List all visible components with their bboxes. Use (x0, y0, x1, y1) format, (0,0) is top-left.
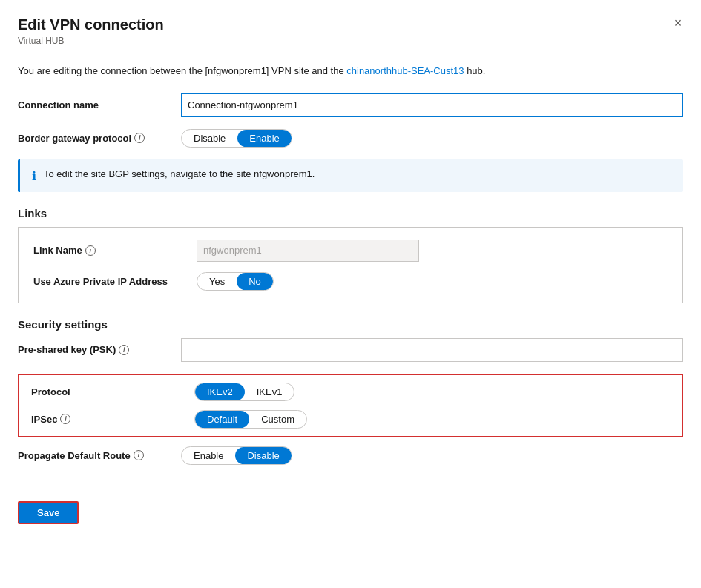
dialog-subtitle: Virtual HUB (18, 36, 683, 46)
intro-text: You are editing the connection between t… (18, 64, 683, 79)
protocol-row: Protocol IKEv2 IKEv1 (31, 383, 670, 401)
bgp-control: Disable Enable (181, 129, 683, 148)
link-name-value: nfgwonprem1 (197, 240, 419, 262)
bgp-enable-button[interactable]: Enable (237, 130, 291, 147)
connection-name-row: Connection name (18, 93, 683, 117)
bgp-info-icon[interactable]: i (134, 133, 145, 143)
propagate-disable-button[interactable]: Disable (235, 447, 291, 464)
ipsec-default-button[interactable]: Default (195, 411, 249, 428)
link-name-info-icon[interactable]: i (85, 245, 96, 256)
links-section-title: Links (18, 207, 683, 219)
protocol-ipsec-highlight-box: Protocol IKEv2 IKEv1 IPSec i (18, 374, 683, 437)
bgp-row: Border gateway protocol i Disable Enable (18, 129, 683, 148)
propagate-enable-button[interactable]: Enable (182, 447, 235, 464)
propagate-control: Enable Disable (181, 446, 683, 465)
private-ip-no-button[interactable]: No (237, 273, 273, 290)
bgp-label: Border gateway protocol i (18, 133, 181, 144)
protocol-control: IKEv2 IKEv1 (194, 383, 670, 401)
edit-vpn-dialog: Edit VPN connection Virtual HUB × You ar… (0, 0, 701, 588)
propagate-toggle-group: Enable Disable (181, 446, 292, 465)
intro-prefix: You are editing the connection between t… (18, 65, 346, 76)
protocol-ikev1-button[interactable]: IKEv1 (245, 383, 294, 400)
security-section: Security settings Pre-shared key (PSK) i… (18, 318, 683, 465)
private-ip-yes-button[interactable]: Yes (197, 273, 237, 290)
dialog-body: You are editing the connection between t… (0, 52, 701, 489)
security-section-title: Security settings (18, 318, 683, 331)
private-ip-control: Yes No (197, 272, 668, 291)
bgp-toggle-group: Disable Enable (181, 129, 292, 148)
private-ip-row: Use Azure Private IP Address Yes No (33, 272, 668, 291)
propagate-info-icon[interactable]: i (134, 450, 144, 460)
protocol-label: Protocol (31, 386, 194, 397)
protocol-ikev2-button[interactable]: IKEv2 (195, 383, 245, 400)
info-box-text: To edit the site BGP settings, navigate … (44, 168, 315, 179)
propagate-row: Propagate Default Route i Enable Disable (18, 446, 683, 465)
connection-name-label: Connection name (18, 99, 181, 110)
propagate-label: Propagate Default Route i (18, 450, 181, 461)
private-ip-label: Use Azure Private IP Address (33, 276, 197, 287)
ipsec-control: Default Custom (194, 410, 670, 429)
save-button[interactable]: Save (18, 501, 79, 524)
dialog-header: Edit VPN connection Virtual HUB × (0, 0, 701, 52)
psk-label: Pre-shared key (PSK) i (18, 344, 181, 355)
dialog-footer: Save (0, 489, 701, 536)
psk-info-icon[interactable]: i (119, 345, 129, 355)
connection-name-input[interactable] (181, 93, 683, 117)
hub-link[interactable]: chinanorthhub-SEA-Cust13 (346, 65, 464, 76)
close-button[interactable]: × (667, 12, 689, 34)
ipsec-info-icon[interactable]: i (60, 414, 70, 424)
link-name-row: Link Name i nfgwonprem1 (33, 240, 668, 262)
bgp-info-box: ℹ To edit the site BGP settings, navigat… (18, 159, 683, 192)
info-box-icon: ℹ (32, 169, 36, 183)
protocol-toggle-group: IKEv2 IKEv1 (194, 383, 294, 401)
ipsec-label: IPSec i (31, 414, 194, 425)
psk-input[interactable] (181, 338, 683, 362)
psk-row: Pre-shared key (PSK) i (18, 338, 683, 362)
ipsec-toggle-group: Default Custom (194, 410, 307, 429)
connection-name-control (181, 93, 683, 117)
link-name-label: Link Name i (33, 245, 197, 256)
ipsec-custom-button[interactable]: Custom (249, 411, 306, 428)
psk-control (181, 338, 683, 362)
links-box: Link Name i nfgwonprem1 Use Azure Privat… (18, 227, 683, 303)
dialog-title: Edit VPN connection (18, 15, 683, 34)
ipsec-row: IPSec i Default Custom (31, 410, 670, 429)
intro-suffix: hub. (464, 65, 486, 76)
bgp-disable-button[interactable]: Disable (182, 130, 237, 147)
link-name-control: nfgwonprem1 (197, 240, 668, 262)
private-ip-toggle-group: Yes No (197, 272, 274, 291)
